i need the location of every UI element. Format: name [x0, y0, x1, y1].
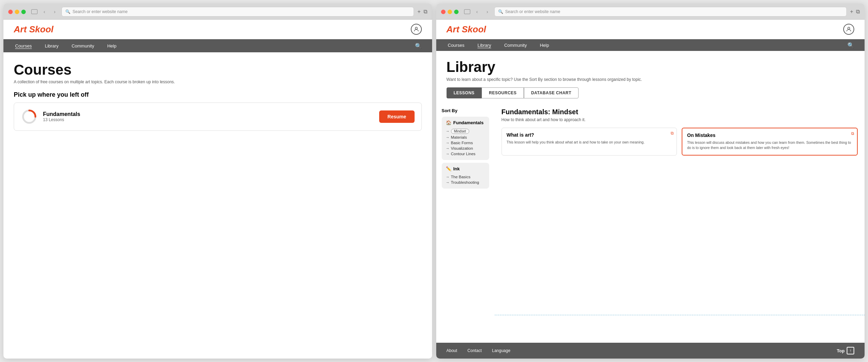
site-header-right: Art Skool [436, 20, 865, 39]
nav-library-left[interactable]: Library [43, 41, 60, 51]
resume-course-info: Fundamentals 13 Lessons [43, 111, 374, 122]
forward-button[interactable]: › [51, 8, 58, 15]
copy-icon-r[interactable]: ⧉ [856, 9, 860, 15]
browser-actions-left: + ⧉ [417, 9, 427, 15]
page-subtitle-library: Want to learn about a specific topic? Us… [447, 77, 855, 82]
dashed-divider [495, 315, 865, 315]
sort-arrow-basic-forms: → [446, 141, 450, 145]
lesson-title-what-is-art: What is art? [507, 132, 672, 138]
sort-label-visualization: Visualization [451, 146, 473, 150]
resume-card: Fundamentals 13 Lessons Resume [14, 103, 422, 131]
nav-community-right[interactable]: Community [503, 40, 528, 51]
new-tab-icon-r[interactable]: + [850, 9, 853, 15]
tab-database-chart[interactable]: DATABASE CHART [524, 87, 579, 98]
resume-course-name: Fundamentals [43, 111, 374, 117]
site-header-left: Art Skool [3, 20, 432, 39]
site-footer-right: About Contact Language Top ↑ [436, 343, 865, 359]
sort-arrow-visualization: → [446, 146, 450, 150]
lesson-text-on-mistakes: This lesson will discuss about mistakes … [687, 140, 852, 151]
back-button[interactable]: ‹ [41, 8, 48, 15]
nav-library-right[interactable]: Library [476, 40, 493, 51]
traffic-light-yellow-r[interactable] [448, 10, 452, 14]
page-title-courses: Courses [14, 62, 422, 78]
traffic-light-red-r[interactable] [441, 10, 446, 14]
logo-right: Art Skool [447, 24, 486, 35]
address-text-left: Search or enter website name [73, 9, 128, 14]
nav-community-left[interactable]: Community [70, 41, 96, 51]
footer-contact[interactable]: Contact [468, 348, 482, 353]
browser-chrome-left: ‹ › 🔍 Search or enter website name + ⧉ [3, 3, 432, 20]
library-header: Library Want to learn about a specific t… [436, 51, 865, 103]
page-right: Art Skool Courses Library Community Help… [436, 20, 865, 359]
top-arrow-icon: ↑ [847, 347, 854, 354]
resume-course-lessons: 13 Lessons [43, 117, 374, 122]
sort-arrow-mindset: → [446, 129, 450, 133]
site-nav-right: Courses Library Community Help 🔍 [436, 39, 865, 51]
traffic-lights-left [8, 10, 26, 14]
sort-group-ink: ✏️ Ink → The Basics → Troubleshooting [442, 163, 489, 189]
sort-label-troubleshooting: Troubleshooting [451, 180, 479, 184]
nav-search-left[interactable]: 🔍 [415, 43, 422, 49]
traffic-light-green-r[interactable] [454, 10, 459, 14]
lesson-title-on-mistakes: On Mistakes [687, 132, 852, 138]
main-content-left: Courses A collection of free courses on … [3, 52, 432, 359]
fundamentals-group-name: Fundamentals [453, 120, 484, 125]
forward-button-r[interactable]: › [484, 8, 491, 15]
new-tab-icon[interactable]: + [417, 9, 420, 15]
address-bar-right[interactable]: 🔍 Search or enter website name [494, 7, 847, 17]
footer-about[interactable]: About [447, 348, 457, 353]
page-left: Art Skool Courses Library Community Help… [3, 20, 432, 359]
sort-sidebar: Sort By 🏠 Fundamentals → Mindset → [436, 103, 495, 343]
page-subtitle-courses: A collection of free courses on multiple… [14, 79, 422, 84]
sort-group-header-ink: ✏️ Ink [446, 166, 485, 171]
sort-label-materials: Materials [451, 135, 467, 139]
sort-arrow-basics: → [446, 175, 450, 179]
nav-search-right[interactable]: 🔍 [847, 42, 854, 49]
sort-label-basics: The Basics [451, 175, 471, 179]
sidebar-toggle-icon-r[interactable] [464, 9, 470, 14]
sort-item-materials[interactable]: → Materials [446, 135, 485, 140]
search-icon-r: 🔍 [498, 9, 503, 14]
nav-help-left[interactable]: Help [106, 41, 118, 51]
address-text-right: Search or enter website name [505, 9, 560, 14]
user-icon-right[interactable] [843, 24, 854, 35]
library-body: Sort By 🏠 Fundamentals → Mindset → [436, 103, 865, 343]
sort-item-troubleshooting[interactable]: → Troubleshooting [446, 180, 485, 185]
traffic-light-green[interactable] [21, 10, 26, 14]
sort-arrow-contour: → [446, 152, 450, 156]
progress-ring [21, 108, 37, 125]
sort-group-header-fundamentals: 🏠 Fundamentals [446, 120, 485, 125]
nav-courses-left[interactable]: Courses [14, 41, 33, 51]
sidebar-toggle-icon[interactable] [31, 9, 37, 14]
copy-icon[interactable]: ⧉ [424, 9, 427, 15]
sort-label-contour: Contour Lines [451, 152, 476, 156]
lessons-title: Fundamentals: Mindset [502, 108, 858, 116]
site-nav-left: Courses Library Community Help 🔍 [3, 39, 432, 52]
external-link-icon-1: ⧉ [671, 131, 674, 136]
pick-up-heading: Pick up where you left off [14, 91, 422, 98]
traffic-light-yellow[interactable] [15, 10, 19, 14]
traffic-light-red[interactable] [8, 10, 13, 14]
footer-language[interactable]: Language [492, 348, 510, 353]
nav-courses-right[interactable]: Courses [447, 40, 466, 51]
lessons-area: Fundamentals: Mindset How to think about… [495, 103, 865, 343]
library-tabs: LESSONS RESOURCES DATABASE CHART [447, 87, 855, 98]
back-button-r[interactable]: ‹ [474, 8, 481, 15]
footer-top-button[interactable]: Top ↑ [837, 347, 854, 354]
sort-item-basics[interactable]: → The Basics [446, 174, 485, 180]
user-icon-left[interactable] [411, 24, 422, 35]
external-link-icon-2: ⧉ [851, 131, 854, 136]
tab-resources[interactable]: RESOURCES [482, 87, 524, 98]
svg-point-3 [848, 27, 850, 29]
sort-item-visualization[interactable]: → Visualization [446, 146, 485, 151]
sort-item-basic-forms[interactable]: → Basic Forms [446, 140, 485, 146]
footer-links: About Contact Language [447, 348, 510, 353]
nav-help-right[interactable]: Help [538, 40, 550, 51]
sort-item-mindset[interactable]: → Mindset [446, 128, 485, 135]
sort-group-fundamentals: 🏠 Fundamentals → Mindset → Materials [442, 117, 489, 160]
address-bar-left[interactable]: 🔍 Search or enter website name [62, 7, 414, 17]
tab-lessons[interactable]: LESSONS [447, 87, 482, 98]
resume-button[interactable]: Resume [379, 110, 414, 123]
sort-item-contour[interactable]: → Contour Lines [446, 151, 485, 157]
lesson-text-what-is-art: This lesson will help you think about wh… [507, 140, 672, 145]
